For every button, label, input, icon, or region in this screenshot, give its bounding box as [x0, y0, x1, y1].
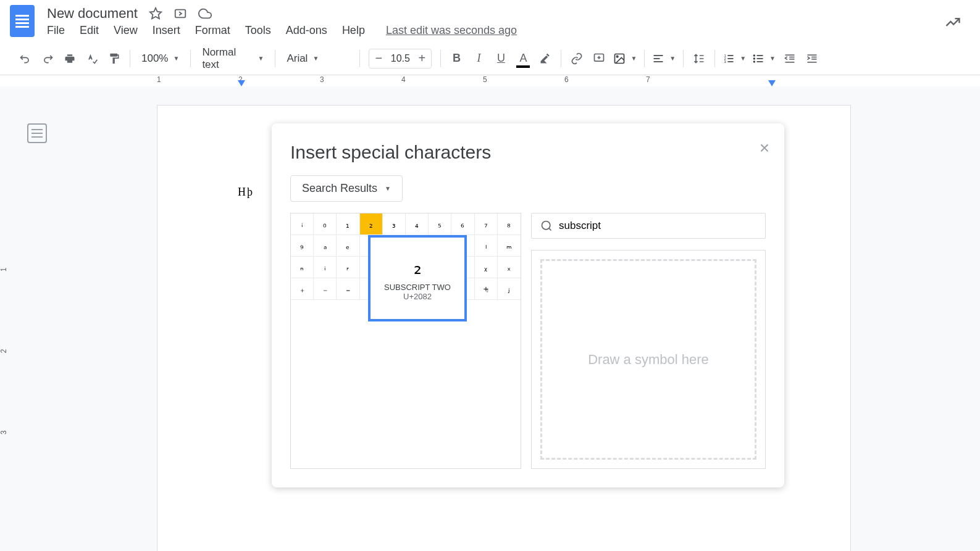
draw-area[interactable]: Draw a symbol here: [531, 250, 766, 469]
horizontal-ruler[interactable]: 1234567: [0, 75, 980, 88]
redo-button[interactable]: [37, 48, 58, 69]
character-cell[interactable]: ₐ: [314, 235, 337, 257]
character-tooltip: ₂ SUBSCRIPT TWO U+2082: [368, 235, 467, 321]
character-cell[interactable]: ₑ: [337, 235, 359, 257]
insert-link-button[interactable]: [566, 48, 587, 69]
menu-format[interactable]: Format: [195, 24, 230, 37]
character-cell[interactable]: ₃: [383, 213, 406, 235]
chevron-down-icon: ▼: [385, 185, 391, 192]
chevron-down-icon: ▼: [258, 55, 264, 62]
cloud-status-icon[interactable]: [198, 7, 212, 20]
character-cell[interactable]: ₙ: [291, 257, 314, 278]
menu-view[interactable]: View: [114, 24, 138, 37]
document-title[interactable]: New document: [47, 6, 138, 22]
menu-insert[interactable]: Insert: [153, 24, 180, 37]
search-input[interactable]: [559, 220, 756, 232]
highlight-button[interactable]: [535, 48, 556, 69]
ruler-v-number: 1: [0, 268, 8, 272]
character-cell[interactable]: ⨧: [475, 278, 498, 300]
close-button[interactable]: ×: [760, 138, 769, 158]
title-row: New document: [47, 6, 970, 22]
docs-logo-icon[interactable]: [10, 5, 35, 37]
character-cell[interactable]: ₘ: [498, 235, 521, 257]
move-icon[interactable]: [174, 7, 187, 20]
paint-format-button[interactable]: [104, 48, 125, 69]
character-cell[interactable]: ₓ: [498, 257, 521, 278]
draw-placeholder: Draw a symbol here: [588, 352, 709, 368]
bulleted-list-button[interactable]: ▼: [750, 52, 778, 65]
menu-edit[interactable]: Edit: [80, 24, 99, 37]
character-cell[interactable]: ₇: [475, 213, 498, 235]
character-cell[interactable]: ᵪ: [475, 257, 498, 278]
character-cell[interactable]: ᵣ: [337, 257, 359, 278]
separator: [190, 50, 191, 67]
ruler-number: 2: [238, 75, 320, 84]
menu-file[interactable]: File: [47, 24, 65, 37]
line-spacing-button[interactable]: [689, 48, 710, 69]
special-characters-dialog: × Insert special characters Search Resul…: [272, 123, 784, 487]
ruler-v-number: 3: [0, 431, 8, 435]
font-size-input[interactable]: [388, 53, 413, 64]
character-cell[interactable]: ₉: [291, 235, 314, 257]
separator: [440, 50, 441, 67]
font-select[interactable]: Arial▼: [280, 52, 354, 65]
menu-addons[interactable]: Add-ons: [286, 24, 327, 37]
last-edit-link[interactable]: Last edit was seconds ago: [386, 24, 517, 37]
align-button[interactable]: ▼: [650, 52, 678, 65]
outline-toggle-button[interactable]: [27, 123, 47, 143]
italic-button[interactable]: I: [468, 48, 489, 69]
menu-help[interactable]: Help: [342, 24, 365, 37]
star-icon[interactable]: [149, 7, 162, 20]
insert-image-button[interactable]: ▼: [611, 52, 639, 65]
spellcheck-button[interactable]: [82, 48, 103, 69]
increase-font-button[interactable]: +: [413, 49, 431, 68]
menu-tools[interactable]: Tools: [245, 24, 271, 37]
increase-indent-button[interactable]: [802, 48, 823, 69]
character-cell[interactable]: ₗ: [475, 235, 498, 257]
left-indent-marker[interactable]: [238, 80, 245, 86]
separator: [359, 50, 360, 67]
style-select[interactable]: Normal text▼: [196, 46, 270, 71]
underline-button[interactable]: U: [490, 48, 511, 69]
decrease-font-button[interactable]: −: [369, 49, 388, 68]
chevron-down-icon: ▼: [669, 55, 676, 62]
character-cell[interactable]: ₆: [451, 213, 474, 235]
character-cell[interactable]: ₄: [406, 213, 429, 235]
dialog-right-panel: Draw a symbol here: [531, 213, 766, 469]
character-cell[interactable]: ₂: [360, 213, 383, 235]
add-comment-button[interactable]: [588, 48, 609, 69]
ruler-number: 4: [401, 75, 483, 84]
category-dropdown[interactable]: Search Results ▼: [290, 175, 403, 202]
character-cell[interactable]: ₊: [291, 278, 314, 300]
character-cell[interactable]: ₁: [337, 213, 359, 235]
character-cell[interactable]: ₀: [314, 213, 337, 235]
character-cell[interactable]: ⱼ: [498, 278, 521, 300]
tooltip-glyph: ₂: [414, 255, 422, 279]
bold-button[interactable]: B: [446, 48, 467, 69]
character-cell[interactable]: ₅: [429, 213, 451, 235]
svg-point-19: [754, 61, 755, 62]
print-button[interactable]: [59, 48, 80, 69]
vertical-ruler[interactable]: 123: [0, 105, 12, 551]
character-cell[interactable]: ₌: [337, 278, 359, 300]
numbered-list-button[interactable]: 123▼: [720, 52, 748, 65]
text-color-button[interactable]: A: [513, 48, 534, 69]
character-cell[interactable]: ᵢ: [314, 257, 337, 278]
explore-icon[interactable]: [944, 14, 961, 31]
zoom-select[interactable]: 100%▼: [135, 52, 185, 65]
svg-point-17: [754, 55, 755, 56]
character-cell[interactable]: ₈: [498, 213, 521, 235]
document-text: Hþ: [238, 186, 254, 198]
undo-button[interactable]: [15, 48, 36, 69]
draw-canvas[interactable]: Draw a symbol here: [540, 259, 756, 460]
right-indent-marker[interactable]: [768, 80, 776, 86]
character-cell[interactable]: ᵢ: [291, 213, 314, 235]
chevron-down-icon: ▼: [173, 55, 179, 62]
character-cell[interactable]: ₋: [314, 278, 337, 300]
decrease-indent-button[interactable]: [779, 48, 800, 69]
tooltip-name: SUBSCRIPT TWO: [384, 283, 451, 292]
svg-point-4: [617, 56, 619, 57]
font-size-control: − +: [369, 49, 432, 68]
dialog-title: Insert special characters: [290, 142, 766, 163]
svg-marker-0: [150, 7, 161, 18]
